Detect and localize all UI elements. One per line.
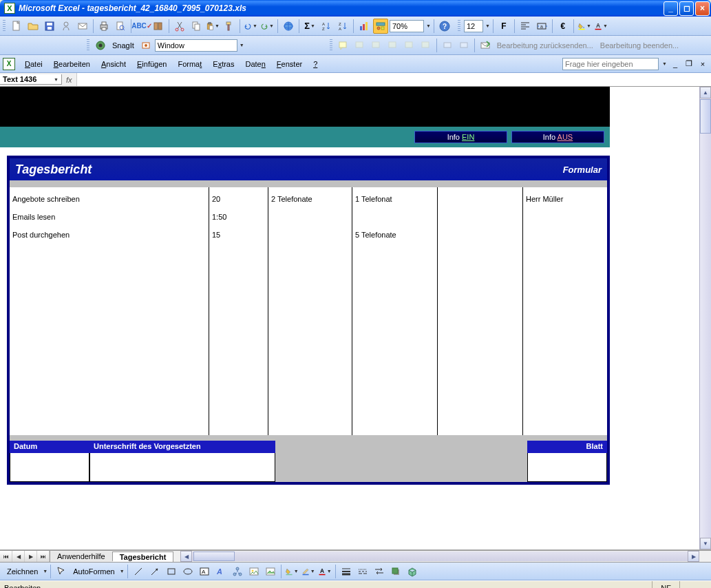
column-empty[interactable] — [438, 187, 523, 435]
reply-review-label[interactable]: Bearbeitung zurücksenden... — [497, 41, 593, 50]
show-comment-button[interactable] — [385, 38, 401, 53]
menu-help[interactable]: ? — [308, 58, 323, 70]
snagit-profile-select[interactable] — [155, 39, 237, 52]
next-comment-button[interactable] — [369, 38, 384, 53]
cell[interactable]: Emails lesen — [12, 208, 206, 226]
new-comment-button[interactable] — [336, 38, 351, 53]
format-painter-button[interactable] — [222, 19, 237, 34]
column-activities[interactable]: Angebote schreiben Emails lesen Post dur… — [10, 187, 209, 435]
dash-style-button[interactable] — [355, 564, 370, 579]
cell[interactable]: 1:50 — [212, 208, 265, 226]
cell[interactable]: 5 Telefonate — [355, 226, 434, 244]
sort-desc-button[interactable]: ZA — [335, 19, 350, 34]
maximize-button[interactable]: ◻ — [679, 1, 694, 16]
menu-daten[interactable]: Daten — [240, 58, 270, 70]
copy-button[interactable] — [189, 19, 204, 34]
hscroll-right-button[interactable]: ▶ — [688, 551, 699, 562]
menu-datei[interactable]: Datei — [19, 58, 48, 70]
column-duration[interactable]: 20 1:50 15 — [209, 187, 268, 435]
rectangle-button[interactable] — [164, 564, 179, 579]
textbox-button[interactable]: A — [197, 564, 212, 579]
cell[interactable]: 1 Telefonat — [355, 190, 434, 208]
menu-einfuegen[interactable]: Einfügen — [131, 58, 172, 70]
arrow-style-button[interactable] — [372, 564, 387, 579]
tab-anwenderhilfe[interactable]: Anwenderhilfe — [50, 552, 113, 561]
fill-color-draw-button[interactable]: ▼ — [284, 564, 299, 579]
tab-nav-next[interactable]: ▶ — [25, 551, 37, 562]
toolbar-grip[interactable] — [458, 20, 460, 32]
help-search-input[interactable] — [562, 58, 659, 70]
ink-button[interactable] — [440, 38, 455, 53]
mail-button[interactable] — [75, 19, 90, 34]
formula-input[interactable] — [76, 73, 711, 86]
font-color-button[interactable]: A▼ — [593, 19, 608, 34]
undo-button[interactable]: ▼ — [243, 19, 258, 34]
end-review-label[interactable]: Bearbeitung beenden... — [600, 41, 679, 50]
toolbar-grip[interactable] — [330, 39, 332, 52]
menu-bearbeiten[interactable]: Bearbeiten — [48, 58, 96, 70]
close-button[interactable]: × — [695, 1, 710, 16]
arrow-button[interactable] — [147, 564, 162, 579]
hyperlink-button[interactable] — [281, 19, 296, 34]
clipart-button[interactable] — [246, 564, 262, 579]
doc-minimize-button[interactable]: _ — [670, 59, 681, 70]
snagit-icon[interactable] — [93, 38, 108, 53]
print-button[interactable] — [96, 19, 112, 34]
redo-button[interactable]: ▼ — [259, 19, 275, 34]
autosum-button[interactable]: Σ▼ — [302, 19, 317, 34]
cut-button[interactable] — [172, 19, 187, 34]
spelling-button[interactable]: ABC✓ — [134, 19, 149, 34]
bold-button[interactable]: F — [496, 19, 511, 34]
show-ink-button[interactable] — [456, 38, 471, 53]
cell[interactable]: 2 Telefonate — [271, 190, 349, 208]
name-box[interactable]: Text 1436 ▼ — [0, 74, 62, 85]
horizontal-scrollbar[interactable] — [192, 552, 688, 561]
oval-button[interactable] — [180, 564, 195, 579]
fill-color-button[interactable]: ▼ — [577, 19, 592, 34]
fx-icon[interactable]: fx — [62, 76, 76, 84]
doc-restore-button[interactable]: ❐ — [683, 59, 694, 70]
toolbar-grip[interactable] — [3, 20, 6, 32]
scroll-thumb[interactable] — [700, 99, 711, 134]
cell[interactable]: Herr Müller — [526, 190, 604, 208]
scroll-down-button[interactable]: ▼ — [700, 538, 711, 549]
drawing-toolbar-button[interactable] — [373, 19, 388, 34]
cell[interactable]: Angebote schreiben — [12, 190, 206, 208]
menu-extras[interactable]: Extras — [207, 58, 240, 70]
cell[interactable] — [355, 208, 434, 226]
permission-button[interactable] — [59, 19, 74, 34]
wordart-button[interactable]: A — [213, 564, 229, 579]
column-person[interactable]: Herr Müller — [523, 187, 607, 435]
shadow-button[interactable] — [388, 564, 403, 579]
insert-picture-button[interactable] — [263, 564, 278, 579]
select-objects-button[interactable] — [54, 564, 69, 579]
line-color-button[interactable]: ▼ — [301, 564, 316, 579]
zoom-select[interactable] — [390, 20, 424, 32]
menu-format[interactable]: Format — [172, 58, 207, 70]
menu-fenster[interactable]: Fenster — [271, 58, 308, 70]
cell[interactable]: Post durchgehen — [12, 226, 206, 244]
delete-comment-button[interactable] — [418, 38, 434, 53]
line-button[interactable] — [131, 564, 146, 579]
cell[interactable]: 20 — [212, 190, 265, 208]
font-color-draw-button[interactable]: A▼ — [317, 564, 332, 579]
currency-button[interactable]: € — [555, 19, 571, 34]
unterschrift-input[interactable] — [89, 453, 275, 482]
help-button[interactable]: ? — [437, 19, 452, 34]
tab-nav-prev[interactable]: ◀ — [12, 551, 25, 562]
info-ein-button[interactable]: Info EIN — [414, 131, 507, 143]
hscroll-left-button[interactable]: ◀ — [180, 551, 192, 562]
toolbar-grip[interactable] — [87, 39, 89, 52]
vertical-scrollbar[interactable]: ▲ ▼ — [699, 87, 711, 549]
tab-nav-last[interactable]: ⏭ — [37, 551, 50, 562]
tab-tagesbericht[interactable]: Tagesbericht — [113, 552, 174, 562]
autoshapes-menu[interactable]: AutoFormen — [70, 567, 118, 576]
open-button[interactable] — [25, 19, 41, 34]
info-aus-button[interactable]: Info AUS — [511, 131, 604, 143]
align-left-button[interactable] — [518, 19, 533, 34]
diagram-button[interactable] — [230, 564, 245, 579]
show-all-comments-button[interactable] — [402, 38, 417, 53]
doc-close-button[interactable]: × — [697, 59, 708, 70]
new-button[interactable] — [9, 19, 24, 34]
snagit-capture-button[interactable] — [138, 38, 153, 53]
